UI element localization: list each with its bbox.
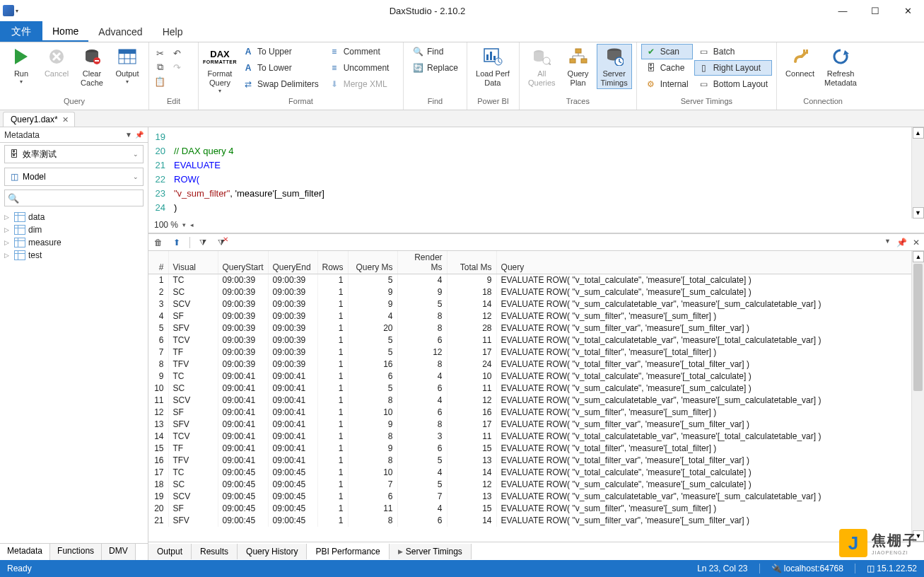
export-up-icon[interactable]: ⬆ [171,237,182,248]
sidebar-dropdown-icon[interactable]: ▼ [125,131,132,139]
pin-icon[interactable]: 📌 [896,238,907,247]
qat-dropdown[interactable]: ▾ [16,8,18,14]
table-row[interactable]: 11SCV09:00:4109:00:4118412EVALUATE ROW( … [148,395,924,407]
clear-cache-button[interactable]: Clear Cache [75,44,109,89]
load-perf-data-button[interactable]: Load Perf Data [472,44,514,89]
output-button[interactable]: Output ▾ [110,44,144,86]
run-button[interactable]: Run ▾ [4,44,38,86]
table-row[interactable]: 21SFV09:00:4509:00:4518614EVALUATE ROW( … [148,515,924,527]
menu-help[interactable]: Help [153,21,193,42]
table-row[interactable]: 14TCV09:00:4109:00:4118311EVALUATE ROW( … [148,431,924,443]
tab-pbi-performance[interactable]: PBI Performance [307,544,389,559]
table-row[interactable]: 6TCV09:00:3909:00:3915611EVALUATE ROW( "… [148,334,924,346]
table-row[interactable]: 16TFV09:00:4109:00:4118513EVALUATE ROW( … [148,455,924,467]
table-row[interactable]: 10SC09:00:4109:00:4115611EVALUATE ROW( "… [148,383,924,395]
menu-file[interactable]: 文件 [0,21,42,42]
database-select[interactable]: 🗄效率测试 ⌄ [4,145,144,163]
column-header[interactable]: Query Ms [348,251,397,274]
table-row[interactable]: 17TC09:00:4509:00:45110414EVALUATE ROW( … [148,467,924,479]
delete-icon[interactable]: 🗑 [153,237,164,248]
cut-icon[interactable]: ✂ [153,47,166,59]
table-row[interactable]: 19SCV09:00:4509:00:4516713EVALUATE ROW( … [148,491,924,503]
close-tab-icon[interactable]: ✕ [62,115,69,124]
column-header[interactable]: QueryStart [218,251,268,274]
format-query-button[interactable]: DAXFORMATTER Format Query ▾ [203,44,237,95]
tab-results[interactable]: Results [192,544,238,559]
close-button[interactable]: ✕ [891,0,924,21]
chevron-left-icon[interactable]: ◂ [190,221,194,228]
query-plan-button[interactable]: Query Plan [561,44,595,89]
connect-button[interactable]: Connect [781,44,819,80]
expand-icon[interactable]: ▷ [4,214,11,221]
editor-scrollbar[interactable]: ▲ ▼ [911,127,924,218]
table-row[interactable]: 18SC09:00:4509:00:4517512EVALUATE ROW( "… [148,479,924,491]
tab-query-history[interactable]: Query History [238,544,307,559]
chevron-down-icon[interactable]: ▾ [182,221,186,228]
swap-delimiters-button[interactable]: ⇄Swap Delimiters [238,76,323,92]
column-header[interactable]: Visual [168,251,218,274]
column-header[interactable]: # [148,251,168,274]
batch-toggle[interactable]: ▭Batch [694,44,772,59]
table-row[interactable]: 13SFV09:00:4109:00:4119817EVALUATE ROW( … [148,419,924,431]
comment-button[interactable]: ≡Comment [324,44,394,59]
table-row[interactable]: 8TFV09:00:3909:00:39116824EVALUATE ROW( … [148,359,924,371]
column-header[interactable]: Render Ms [397,251,447,274]
metadata-search[interactable]: 🔍 [4,190,144,206]
table-row[interactable]: 5SFV09:00:3909:00:39120828EVALUATE ROW( … [148,322,924,334]
table-row[interactable]: 15TF09:00:4109:00:4119615EVALUATE ROW( "… [148,443,924,455]
metadata-search-input[interactable] [19,193,140,203]
clear-filter-icon[interactable]: ⧩✕ [216,237,227,248]
editor-code[interactable]: // DAX query 4EVALUATEROW("v_sum_filter"… [170,127,924,217]
table-tree-item[interactable]: ▷measure [1,236,146,249]
undo-icon[interactable]: ↶ [170,47,183,59]
minimize-button[interactable]: — [826,0,859,21]
refresh-metadata-button[interactable]: Refresh Metadata [820,44,861,89]
to-upper-button[interactable]: ATo Upper [238,44,323,59]
paste-icon[interactable]: 📋 [153,75,166,88]
scroll-up-icon[interactable]: ▲ [913,251,924,262]
results-grid[interactable]: #VisualQueryStartQueryEndRowsQuery MsRen… [148,251,924,542]
model-select[interactable]: ◫Model ⌄ [4,168,144,186]
right-layout-toggle[interactable]: ▯Right Layout [694,60,772,76]
table-row[interactable]: 3SCV09:00:3909:00:3919514EVALUATE ROW( "… [148,298,924,310]
expand-icon[interactable]: ▷ [4,226,11,233]
panel-dropdown-icon[interactable]: ▼ [884,238,891,247]
table-row[interactable]: 4SF09:00:3909:00:3914812EVALUATE ROW( "v… [148,310,924,322]
column-header[interactable]: Query [496,251,923,274]
expand-icon[interactable]: ▷ [4,239,11,246]
table-tree-item[interactable]: ▷data [1,211,146,223]
tab-output[interactable]: Output [148,544,192,559]
find-button[interactable]: 🔍Find [408,44,462,59]
maximize-button[interactable]: ☐ [859,0,891,21]
tab-server-timings[interactable]: ▶Server Timings [390,544,472,559]
bottom-layout-toggle[interactable]: ▭Bottom Layout [694,76,772,92]
expand-icon[interactable]: ▷ [4,252,11,259]
scroll-up-icon[interactable]: ▲ [913,127,924,139]
internal-toggle[interactable]: ⚙Internal [641,76,693,92]
scroll-thumb[interactable] [913,264,923,391]
zoom-control[interactable]: 100 % ▾ ◂ [148,217,924,233]
server-timings-button[interactable]: Server Timings [597,44,632,89]
scan-toggle[interactable]: ✔Scan [641,44,693,59]
table-row[interactable]: 2SC09:00:3909:00:3919918EVALUATE ROW( "v… [148,286,924,298]
tab-functions[interactable]: Functions [50,544,102,560]
document-tab[interactable]: Query1.dax* ✕ [3,112,75,127]
filter-icon[interactable]: ⧩ [197,237,209,248]
cache-toggle[interactable]: 🗄Cache [641,60,693,76]
column-header[interactable]: Rows [317,251,348,274]
scroll-down-icon[interactable]: ▼ [913,207,924,218]
table-row[interactable]: 9TC09:00:4109:00:4116410EVALUATE ROW( "v… [148,371,924,383]
redo-icon[interactable]: ↷ [170,61,183,74]
column-header[interactable]: Total Ms [447,251,496,274]
uncomment-button[interactable]: ≡Uncomment [324,60,394,76]
code-editor[interactable]: 192021222324 // DAX query 4EVALUATEROW("… [148,127,924,233]
table-tree-item[interactable]: ▷test [1,249,146,262]
table-row[interactable]: 7TF09:00:3909:00:39151217EVALUATE ROW( "… [148,346,924,359]
tab-dmv[interactable]: DMV [102,544,136,560]
scroll-down-icon[interactable]: ▼ [913,530,924,542]
menu-home[interactable]: Home [42,21,88,42]
copy-icon[interactable]: ⧉ [153,61,166,74]
tab-metadata[interactable]: Metadata [0,544,50,560]
table-row[interactable]: 12SF09:00:4109:00:41110616EVALUATE ROW( … [148,407,924,419]
grid-scrollbar[interactable]: ▲ ▼ [911,251,924,542]
